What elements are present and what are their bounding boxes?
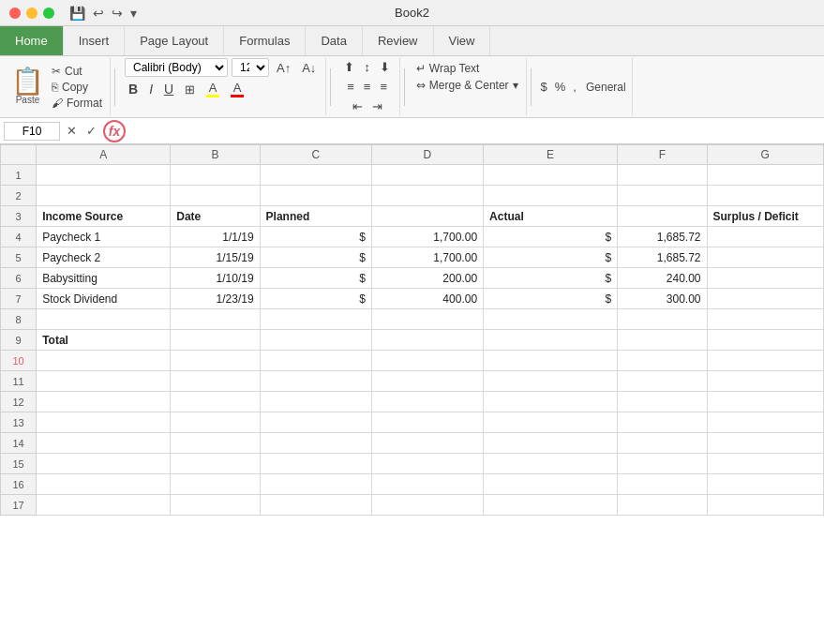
cell-A6[interactable]: Babysitting [37, 268, 171, 289]
cell-D7[interactable]: 400.00 [371, 289, 483, 309]
cell-D9[interactable] [371, 330, 483, 351]
cell-G9[interactable] [707, 330, 823, 351]
tab-view[interactable]: View [434, 26, 491, 55]
cell-G17[interactable] [707, 495, 823, 516]
fill-color-button[interactable]: A [202, 79, 223, 99]
cell-E7[interactable]: $ [484, 289, 618, 309]
col-header-a[interactable]: A [37, 145, 171, 165]
col-header-g[interactable]: G [707, 145, 823, 165]
cell-B12[interactable] [171, 392, 260, 412]
cell-A15[interactable] [37, 454, 171, 474]
bold-button[interactable]: B [125, 80, 142, 98]
cell-A12[interactable] [37, 392, 171, 412]
cell-A5[interactable]: Paycheck 2 [37, 247, 171, 268]
cell-G3[interactable]: Surplus / Deficit [707, 206, 823, 227]
row-header-15[interactable]: 15 [1, 454, 37, 474]
align-bottom-button[interactable]: ⬇ [376, 58, 394, 76]
cell-C14[interactable] [260, 433, 371, 454]
italic-button[interactable]: I [145, 80, 157, 98]
cell-F8[interactable] [618, 309, 707, 330]
cell-G5[interactable] [707, 247, 823, 268]
cell-C16[interactable] [260, 474, 371, 495]
cell-G4[interactable] [707, 227, 823, 247]
cell-D10[interactable] [371, 351, 483, 371]
col-header-c[interactable]: C [260, 145, 371, 165]
cell-C2[interactable] [260, 186, 371, 206]
minimize-button[interactable] [26, 7, 37, 19]
cell-G8[interactable] [707, 309, 823, 330]
maximize-button[interactable] [43, 7, 54, 19]
cell-D17[interactable] [371, 495, 483, 516]
percent-icon[interactable]: % [555, 80, 566, 94]
align-center-button[interactable]: ≡ [360, 78, 375, 96]
cell-B13[interactable] [171, 412, 260, 433]
window-controls[interactable] [9, 7, 54, 19]
cell-C3[interactable]: Planned [260, 206, 371, 227]
cell-E3[interactable]: Actual [484, 206, 618, 227]
cell-F1[interactable] [618, 165, 707, 186]
decrease-indent-button[interactable]: ⇤ [349, 97, 367, 115]
cell-B6[interactable]: 1/10/19 [171, 268, 260, 289]
cell-F10[interactable] [618, 351, 707, 371]
increase-indent-button[interactable]: ⇥ [368, 97, 386, 115]
cell-G6[interactable] [707, 268, 823, 289]
cell-A7[interactable]: Stock Dividend [37, 289, 171, 309]
cell-D4[interactable]: 1,700.00 [371, 227, 483, 247]
tab-data[interactable]: Data [306, 26, 362, 55]
cell-B8[interactable] [171, 309, 260, 330]
cell-F7[interactable]: 300.00 [618, 289, 707, 309]
comma-icon[interactable]: , [573, 80, 577, 94]
row-header-10[interactable]: 10 [1, 351, 37, 371]
font-color-button[interactable]: A [227, 79, 247, 99]
cell-E16[interactable] [484, 474, 618, 495]
copy-button[interactable]: ⎘ Copy [52, 81, 102, 94]
formula-input[interactable] [129, 122, 820, 140]
cell-D6[interactable]: 200.00 [371, 268, 483, 289]
cell-A10[interactable] [37, 351, 171, 371]
cell-E2[interactable] [484, 186, 618, 206]
cell-G2[interactable] [707, 186, 823, 206]
cell-F6[interactable]: 240.00 [618, 268, 707, 289]
cell-B4[interactable]: 1/1/19 [171, 227, 260, 247]
tab-page-layout[interactable]: Page Layout [125, 26, 224, 55]
cell-D5[interactable]: 1,700.00 [371, 247, 483, 268]
cell-E15[interactable] [484, 454, 618, 474]
cell-E14[interactable] [484, 433, 618, 454]
cell-E5[interactable]: $ [484, 247, 618, 268]
fx-button[interactable]: fx [103, 120, 126, 142]
cell-G7[interactable] [707, 289, 823, 309]
font-shrink-button[interactable]: A↓ [298, 59, 320, 77]
tab-home[interactable]: Home [0, 26, 64, 55]
cell-F12[interactable] [618, 392, 707, 412]
row-header-14[interactable]: 14 [1, 433, 37, 454]
cell-F9[interactable] [618, 330, 707, 351]
cell-A3[interactable]: Income Source [37, 206, 171, 227]
cell-C1[interactable] [260, 165, 371, 186]
tab-insert[interactable]: Insert [64, 26, 126, 55]
cell-A11[interactable] [37, 371, 171, 392]
cell-E17[interactable] [484, 495, 618, 516]
cell-B3[interactable]: Date [171, 206, 260, 227]
cell-C4[interactable]: $ [260, 227, 371, 247]
row-header-12[interactable]: 12 [1, 392, 37, 412]
cell-G14[interactable] [707, 433, 823, 454]
cell-E8[interactable] [484, 309, 618, 330]
cell-D11[interactable] [371, 371, 483, 392]
merge-dropdown-icon[interactable]: ▾ [513, 79, 518, 92]
cell-F13[interactable] [618, 412, 707, 433]
cut-button[interactable]: ✂ Cut [52, 65, 102, 78]
align-left-button[interactable]: ≡ [343, 78, 358, 96]
cell-F17[interactable] [618, 495, 707, 516]
cell-E6[interactable]: $ [484, 268, 618, 289]
paste-button[interactable]: 📋 Paste [11, 68, 44, 105]
cell-D15[interactable] [371, 454, 483, 474]
cell-E11[interactable] [484, 371, 618, 392]
row-header-13[interactable]: 13 [1, 412, 37, 433]
cell-B7[interactable]: 1/23/19 [171, 289, 260, 309]
redo-icon[interactable]: ↪ [112, 6, 123, 21]
cell-F15[interactable] [618, 454, 707, 474]
row-header-3[interactable]: 3 [1, 206, 37, 227]
cell-G15[interactable] [707, 454, 823, 474]
cell-A17[interactable] [37, 495, 171, 516]
cell-D14[interactable] [371, 433, 483, 454]
